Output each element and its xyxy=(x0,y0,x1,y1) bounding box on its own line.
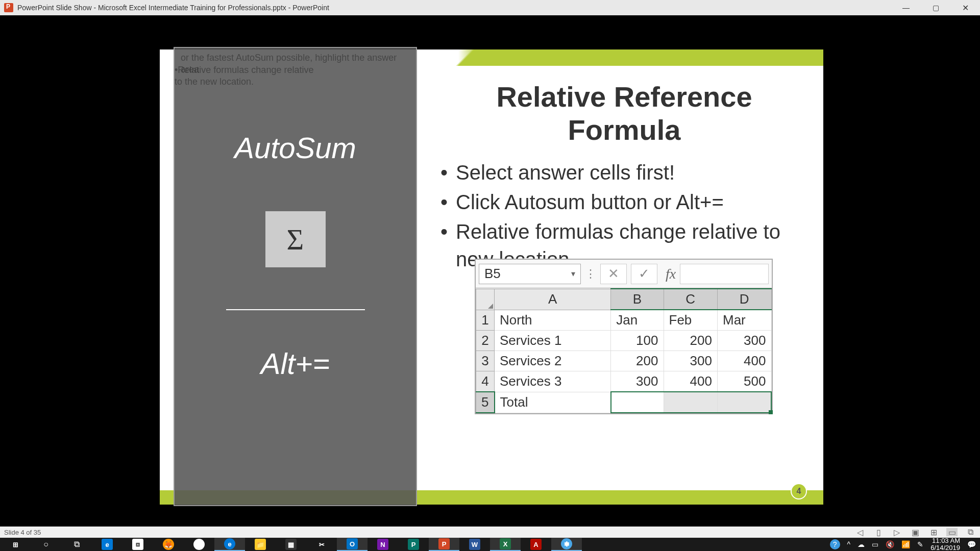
bullet-1: Select answer cells first! xyxy=(456,159,675,186)
maximize-button[interactable]: ▢ xyxy=(921,0,950,15)
slide-content: Relative Reference Formula •Select answe… xyxy=(440,80,808,275)
table-row: 5 Total xyxy=(476,392,772,413)
formula-input xyxy=(680,264,769,284)
outlook-icon[interactable]: O xyxy=(337,538,368,551)
table-row: 2 Services 1 100 200 300 xyxy=(476,331,772,351)
edge-legacy-icon[interactable]: e xyxy=(92,538,122,551)
sigma-icon: Σ xyxy=(265,211,326,267)
col-header-d: D xyxy=(718,289,772,310)
pen-tool-button[interactable]: ▯ xyxy=(873,528,884,536)
onedrive-icon[interactable]: ☁ xyxy=(857,540,865,548)
close-button[interactable]: ✕ xyxy=(950,0,980,15)
col-header-c: C xyxy=(664,289,718,310)
wifi-icon[interactable]: 📶 xyxy=(901,540,910,548)
table-row: 3 Services 2 200 300 400 xyxy=(476,351,772,371)
presenter-notes-overlay: or the fastest AutoSum possible, highlig… xyxy=(174,47,417,506)
file-explorer-icon[interactable]: 📁 xyxy=(245,538,276,551)
slide-sorter-button[interactable]: ⊞ xyxy=(928,528,939,536)
separator-icon: ⋮ xyxy=(585,267,596,281)
select-all-corner xyxy=(476,289,495,310)
volume-icon[interactable]: 🔇 xyxy=(886,540,894,548)
name-box: B5 xyxy=(479,264,581,284)
cortana-button[interactable]: ○ xyxy=(31,538,61,551)
edge-icon[interactable]: e xyxy=(214,538,245,551)
snipping-tool-icon[interactable]: ✂ xyxy=(306,538,337,551)
battery-icon[interactable]: ▭ xyxy=(872,540,878,548)
next-slide-button[interactable]: ▷ xyxy=(891,528,902,536)
minimize-button[interactable]: — xyxy=(891,0,921,15)
acrobat-icon[interactable]: A xyxy=(521,538,551,551)
calculator-icon[interactable]: ▦ xyxy=(276,538,306,551)
onenote-icon[interactable]: N xyxy=(368,538,398,551)
powerpoint-icon[interactable]: P xyxy=(429,538,459,551)
slide-title: Relative Reference Formula xyxy=(440,80,808,146)
normal-view-button[interactable]: ▣ xyxy=(910,528,921,536)
notifications-icon[interactable]: 💬 xyxy=(967,540,976,548)
col-header-b: B xyxy=(611,289,664,310)
spreadsheet-grid: A B C D 1 North Jan Feb Mar 2 Services 1… xyxy=(476,288,772,413)
excel-icon[interactable]: X xyxy=(490,538,521,551)
windows-taskbar: ⊞ ○ ⧉ e ⧈ 🦊 ◉ e 📁 ▦ ✂ O N P P W X A ✽ ? … xyxy=(0,538,980,551)
firefox-icon[interactable]: 🦊 xyxy=(153,538,184,551)
start-button[interactable]: ⊞ xyxy=(0,538,31,551)
tray-expand-icon[interactable]: ^ xyxy=(847,540,851,548)
store-icon[interactable]: ⧈ xyxy=(122,538,153,551)
slide-counter: Slide 4 of 35 xyxy=(4,529,41,536)
system-tray: ? ^ ☁ ▭ 🔇 📶 ✎ 11:03 AM 6/14/2019 💬 xyxy=(830,537,976,551)
excel-screenshot: B5 ⋮ ✕ ✓ fx A B C D 1 North Jan xyxy=(475,259,773,414)
ease-access-icon[interactable]: ✎ xyxy=(917,540,923,548)
word-icon[interactable]: W xyxy=(459,538,490,551)
bullet-2: Click Autosum button or Alt+= xyxy=(456,188,724,216)
window-title: PowerPoint Slide Show - Microsoft Excel … xyxy=(17,4,329,12)
presentation-stage[interactable]: Relative Reference Formula •Select answe… xyxy=(0,15,980,527)
powerpoint-icon xyxy=(4,3,13,12)
statusbar: Slide 4 of 35 ◁ ▯ ▷ ▣ ⊞ ▭ ⧉ xyxy=(0,527,980,538)
bullet-list: •Select answer cells first! •Click Autos… xyxy=(440,159,808,273)
slide-number-badge: 4 xyxy=(791,483,807,499)
cancel-icon: ✕ xyxy=(600,264,627,284)
tip-line-2: •Relative formulas change relative to th… xyxy=(175,64,410,88)
col-header-a: A xyxy=(495,289,611,310)
reading-view-button[interactable]: ▭ xyxy=(946,528,958,536)
table-row: 1 North Jan Feb Mar xyxy=(476,310,772,331)
publisher-icon[interactable]: P xyxy=(398,538,429,551)
alt-equals-label: Alt+= xyxy=(175,346,416,381)
table-row: 4 Services 3 300 400 500 xyxy=(476,371,772,392)
autosum-label: AutoSum xyxy=(175,131,416,165)
enter-icon: ✓ xyxy=(631,264,657,284)
prev-slide-button[interactable]: ◁ xyxy=(854,528,866,536)
task-view-button[interactable]: ⧉ xyxy=(61,538,92,551)
chrome-icon[interactable]: ◉ xyxy=(184,538,214,551)
formula-bar-row: B5 ⋮ ✕ ✓ fx xyxy=(476,260,772,288)
slideshow-view-button[interactable]: ⧉ xyxy=(965,528,976,536)
help-tray-icon[interactable]: ? xyxy=(830,539,840,549)
fx-label: fx xyxy=(666,266,676,282)
gotomeeting-icon[interactable]: ✽ xyxy=(551,538,582,551)
divider-line xyxy=(226,309,365,310)
clock[interactable]: 11:03 AM 6/14/2019 xyxy=(930,537,960,551)
window-titlebar: PowerPoint Slide Show - Microsoft Excel … xyxy=(0,0,980,15)
